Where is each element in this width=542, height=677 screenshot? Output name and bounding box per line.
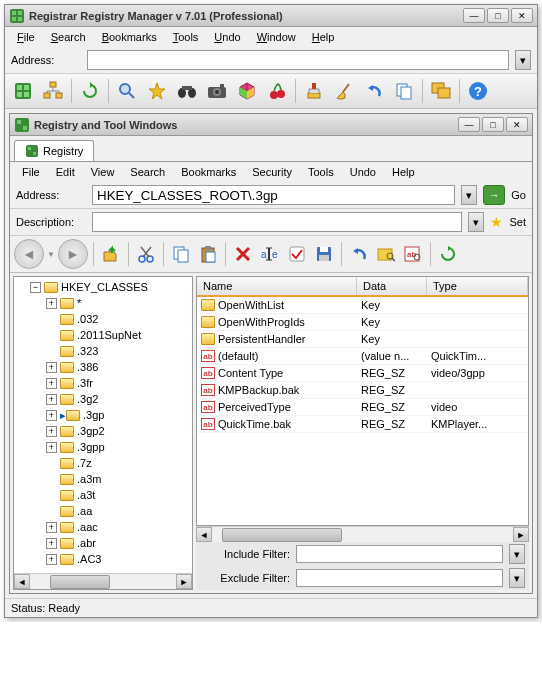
camera-icon[interactable] [203, 77, 231, 105]
tab-registry[interactable]: Registry [14, 140, 94, 161]
tree-item[interactable]: +▸ .3gp [16, 407, 190, 423]
inner-close-button[interactable]: ✕ [506, 117, 528, 132]
maximize-button[interactable]: □ [487, 8, 509, 23]
undo-icon[interactable] [347, 242, 371, 266]
windows-icon[interactable] [427, 77, 455, 105]
scroll-right-icon[interactable]: ► [513, 527, 529, 542]
exclude-filter-dropdown[interactable]: ▾ [509, 568, 525, 588]
tree-scrollbar[interactable]: ◄ ► [14, 573, 192, 589]
menu-help[interactable]: Help [306, 29, 341, 45]
inner-menu-view[interactable]: View [85, 164, 121, 180]
broom-icon[interactable] [330, 77, 358, 105]
menu-file[interactable]: File [11, 29, 41, 45]
list-row[interactable]: abKMPBackup.bakREG_SZ [197, 382, 528, 399]
search-icon[interactable] [113, 77, 141, 105]
expand-icon[interactable]: + [46, 378, 57, 389]
collapse-icon[interactable]: − [30, 282, 41, 293]
description-dropdown[interactable]: ▾ [468, 212, 484, 232]
tree-item[interactable]: +.aac [16, 519, 190, 535]
rename-icon[interactable]: ae [258, 242, 282, 266]
inner-menu-edit[interactable]: Edit [50, 164, 81, 180]
scroll-right-icon[interactable]: ► [176, 574, 192, 589]
inner-menu-security[interactable]: Security [246, 164, 298, 180]
tree-item[interactable]: .a3m [16, 471, 190, 487]
main-titlebar[interactable]: Registrar Registry Manager v 7.01 (Profe… [5, 5, 537, 27]
tree-item[interactable]: .aa [16, 503, 190, 519]
list-row[interactable]: OpenWithListKey [197, 297, 528, 314]
expand-icon[interactable]: + [46, 426, 57, 437]
refresh-icon[interactable] [436, 242, 460, 266]
tree-item[interactable]: +.3fr [16, 375, 190, 391]
tree-item[interactable]: +.3g2 [16, 391, 190, 407]
menu-tools[interactable]: Tools [167, 29, 205, 45]
tree-item[interactable]: +.abr [16, 535, 190, 551]
include-filter-dropdown[interactable]: ▾ [509, 544, 525, 564]
delete-icon[interactable] [231, 242, 255, 266]
list-scrollbar[interactable]: ◄ ► [196, 526, 529, 542]
minimize-button[interactable]: — [463, 8, 485, 23]
tree-pane[interactable]: −HKEY_CLASSES+*.032.2011SupNet.323+.386+… [13, 276, 193, 590]
expand-icon[interactable]: + [46, 362, 57, 373]
exclude-filter-input[interactable] [296, 569, 503, 587]
refresh-icon[interactable] [76, 77, 104, 105]
tree-item[interactable]: +* [16, 295, 190, 311]
main-address-dropdown[interactable]: ▾ [515, 50, 531, 70]
inner-address-dropdown[interactable]: ▾ [461, 185, 477, 205]
check-icon[interactable] [285, 242, 309, 266]
tree-item[interactable]: +.3gp2 [16, 423, 190, 439]
back-button[interactable]: ◄ [14, 239, 44, 269]
main-address-input[interactable] [87, 50, 509, 70]
inner-menu-search[interactable]: Search [124, 164, 171, 180]
list-row[interactable]: abPerceivedTypeREG_SZvideo [197, 399, 528, 416]
inner-menu-file[interactable]: File [16, 164, 46, 180]
expand-icon[interactable]: + [46, 522, 57, 533]
tree-item[interactable]: .323 [16, 343, 190, 359]
col-type[interactable]: Type [427, 277, 528, 295]
tree-root[interactable]: −HKEY_CLASSES [16, 279, 190, 295]
close-button[interactable]: ✕ [511, 8, 533, 23]
list-row[interactable]: abQuickTime.bakREG_SZKMPlayer... [197, 416, 528, 433]
inner-menu-help[interactable]: Help [386, 164, 421, 180]
go-button[interactable]: → [483, 185, 505, 205]
tree-item[interactable]: .7z [16, 455, 190, 471]
star-icon[interactable] [143, 77, 171, 105]
scroll-thumb[interactable] [50, 575, 110, 589]
values-table[interactable]: Name Data Type OpenWithListKeyOpenWithPr… [196, 276, 529, 526]
scroll-thumb[interactable] [222, 528, 342, 542]
find-icon[interactable] [374, 242, 398, 266]
cherry-icon[interactable] [263, 77, 291, 105]
menu-undo[interactable]: Undo [208, 29, 246, 45]
cut-icon[interactable] [134, 242, 158, 266]
inner-menu-bookmarks[interactable]: Bookmarks [175, 164, 242, 180]
paste-icon[interactable] [196, 242, 220, 266]
expand-icon[interactable]: + [46, 538, 57, 549]
inner-address-input[interactable] [92, 185, 455, 205]
copy-icon[interactable] [169, 242, 193, 266]
up-icon[interactable] [99, 242, 123, 266]
inner-menu-undo[interactable]: Undo [344, 164, 382, 180]
scroll-left-icon[interactable]: ◄ [196, 527, 212, 542]
set-star-icon[interactable]: ★ [490, 214, 503, 230]
expand-icon[interactable]: + [46, 442, 57, 453]
copy-icon[interactable] [390, 77, 418, 105]
tree-item[interactable]: +.3gpp [16, 439, 190, 455]
menu-search[interactable]: Search [45, 29, 92, 45]
tree-item[interactable]: .a3t [16, 487, 190, 503]
include-filter-input[interactable] [296, 545, 503, 563]
inner-minimize-button[interactable]: — [458, 117, 480, 132]
list-row[interactable]: PersistentHandlerKey [197, 331, 528, 348]
save-icon[interactable] [312, 242, 336, 266]
tree-item[interactable]: .2011SupNet [16, 327, 190, 343]
back-dropdown-icon[interactable]: ▼ [47, 250, 55, 259]
tree-item[interactable]: +.AC3 [16, 551, 190, 567]
list-row[interactable]: OpenWithProgIdsKey [197, 314, 528, 331]
menu-bookmarks[interactable]: Bookmarks [96, 29, 163, 45]
expand-icon[interactable]: + [46, 554, 57, 565]
tree-item[interactable]: +.386 [16, 359, 190, 375]
inner-menu-tools[interactable]: Tools [302, 164, 340, 180]
undo-icon[interactable] [360, 77, 388, 105]
col-name[interactable]: Name [197, 277, 357, 295]
col-data[interactable]: Data [357, 277, 427, 295]
forward-button[interactable]: ► [58, 239, 88, 269]
inner-maximize-button[interactable]: □ [482, 117, 504, 132]
